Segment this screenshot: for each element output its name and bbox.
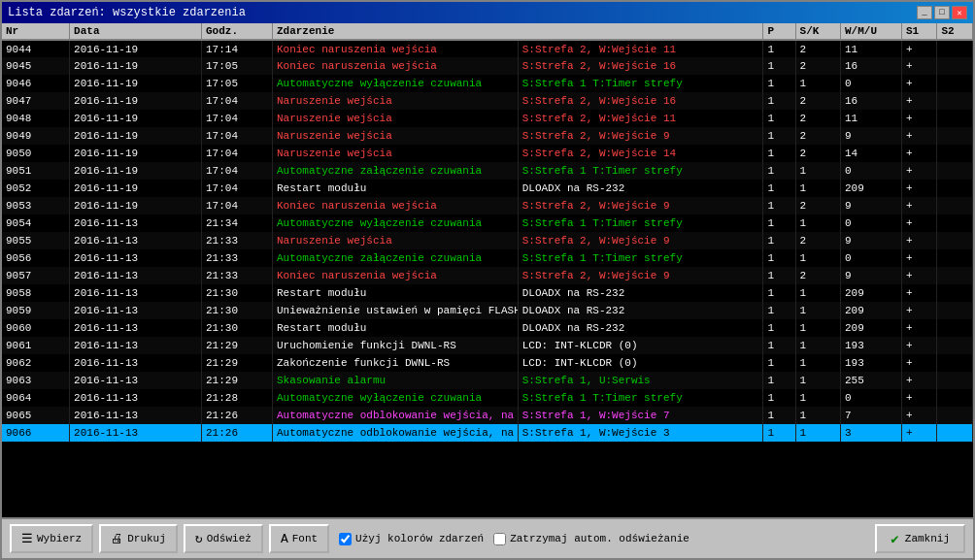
odswierz-button[interactable]: ↻ Odśwież xyxy=(184,524,263,553)
table-row[interactable]: 90552016-11-1321:33Naruszenie wejściaS:S… xyxy=(2,232,973,249)
drukuj-button[interactable]: 🖨 Drukuj xyxy=(99,524,178,553)
cell-zdarzenie: Automatyczne załączenie czuwania xyxy=(272,249,518,267)
cell-s1: + xyxy=(902,267,937,284)
wybierz-icon: ☰ xyxy=(21,531,33,546)
cell-godz: 17:05 xyxy=(202,57,273,75)
cell-zdarzenie: Automatyczne wyłączenie czuwania xyxy=(272,214,518,232)
table-row[interactable]: 90612016-11-1321:29Uruchomienie funkcji … xyxy=(2,337,973,354)
cell-s1: + xyxy=(902,389,937,407)
zamknij-button[interactable]: ✔ Zamknij xyxy=(875,524,965,553)
cell-data: 2016-11-19 xyxy=(70,145,202,162)
table-row[interactable]: 90602016-11-1321:30Restart modułuDLOADX … xyxy=(2,319,973,337)
cell-s2 xyxy=(937,389,973,407)
cell-wmwu: 11 xyxy=(841,110,902,127)
auto-refresh-checkbox[interactable] xyxy=(493,533,506,545)
cell-sk: 1 xyxy=(795,249,840,267)
table-row[interactable]: 90622016-11-1321:29Zakończenie funkcji D… xyxy=(2,354,973,372)
cell-s1: + xyxy=(902,145,937,162)
cell-s1: + xyxy=(902,75,937,92)
maximize-button[interactable]: □ xyxy=(934,6,950,19)
cell-sk: 2 xyxy=(795,232,840,249)
cell-nr: 9045 xyxy=(2,57,70,75)
cell-p: 1 xyxy=(763,75,795,92)
cell-p: 1 xyxy=(763,145,795,162)
cell-wmwu: 0 xyxy=(841,389,902,407)
cell-sk: 2 xyxy=(795,57,840,75)
table-row[interactable]: 90542016-11-1321:34Automatyczne wyłączen… xyxy=(2,214,973,232)
cell-s2 xyxy=(937,407,973,424)
table-row[interactable]: 90442016-11-1917:14Koniec naruszenia wej… xyxy=(2,40,973,57)
table-row[interactable]: 90592016-11-1321:30Unieważnienie ustawie… xyxy=(2,302,973,319)
cell-nr: 9052 xyxy=(2,180,70,197)
cell-param: DLOADX na RS-232 xyxy=(518,284,763,302)
color-checkbox[interactable] xyxy=(339,533,352,545)
cell-data: 2016-11-19 xyxy=(70,92,202,110)
cell-s2 xyxy=(937,302,973,319)
cell-wmwu: 0 xyxy=(841,75,902,92)
close-button[interactable]: ✕ xyxy=(952,6,967,19)
cell-wmwu: 0 xyxy=(841,162,902,180)
cell-p: 1 xyxy=(763,319,795,337)
table-row[interactable]: 90662016-11-1321:26Automatyczne odblokow… xyxy=(2,424,973,442)
cell-s2 xyxy=(937,284,973,302)
cell-zdarzenie: Koniec naruszenia wejścia xyxy=(272,40,518,57)
cell-s1: + xyxy=(902,162,937,180)
cell-p: 1 xyxy=(763,249,795,267)
table-row[interactable]: 90522016-11-1917:04Restart modułuDLOADX … xyxy=(2,180,973,197)
cell-godz: 21:30 xyxy=(202,302,273,319)
table-row[interactable]: 90572016-11-1321:33Koniec naruszenia wej… xyxy=(2,267,973,284)
auto-refresh-checkbox-label: Zatrzymaj autom. odświeżanie xyxy=(510,533,689,544)
minimize-button[interactable]: _ xyxy=(917,6,932,19)
cell-p: 1 xyxy=(763,424,795,442)
cell-sk: 1 xyxy=(795,75,840,92)
header-data: Data xyxy=(70,23,202,40)
cell-sk: 2 xyxy=(795,92,840,110)
odswierz-icon: ↻ xyxy=(195,531,203,546)
table-row[interactable]: 90652016-11-1321:26Automatyczne odblokow… xyxy=(2,407,973,424)
cell-s1: + xyxy=(902,337,937,354)
table-row[interactable]: 90642016-11-1321:28Automatyczne wyłączen… xyxy=(2,389,973,407)
table-row[interactable]: 90452016-11-1917:05Koniec naruszenia wej… xyxy=(2,57,973,75)
cell-s1: + xyxy=(902,284,937,302)
cell-data: 2016-11-13 xyxy=(70,319,202,337)
table-row[interactable]: 90512016-11-1917:04Automatyczne załączen… xyxy=(2,162,973,180)
cell-godz: 17:04 xyxy=(202,92,273,110)
cell-param: S:Strefa 1 T:Timer strefy xyxy=(518,214,763,232)
odswierz-label: Odśwież xyxy=(207,533,252,544)
footer: ☰ Wybierz 🖨 Drukuj ↻ Odśwież A Font Użyj… xyxy=(2,517,973,558)
cell-s1: + xyxy=(902,40,937,57)
table-row[interactable]: 90632016-11-1321:29Skasowanie alarmuS:St… xyxy=(2,372,973,389)
table-header-row: Nr Data Godz. Zdarzenie P S/K W/M/U S1 S… xyxy=(2,23,973,40)
cell-nr: 9057 xyxy=(2,267,70,284)
cell-param: S:Strefa 1, W:Wejście 3 xyxy=(518,424,763,442)
cell-param: S:Strefa 2, W:Wejście 9 xyxy=(518,267,763,284)
cell-zdarzenie: Unieważnienie ustawień w pamięci FLASH xyxy=(272,302,518,319)
cell-wmwu: 9 xyxy=(841,197,902,214)
cell-nr: 9051 xyxy=(2,162,70,180)
cell-s1: + xyxy=(902,424,937,442)
table-row[interactable]: 90482016-11-1917:04Naruszenie wejściaS:S… xyxy=(2,110,973,127)
cell-p: 1 xyxy=(763,407,795,424)
cell-sk: 1 xyxy=(795,284,840,302)
table-row[interactable]: 90532016-11-1917:04Koniec naruszenia wej… xyxy=(2,197,973,214)
cell-s2 xyxy=(937,249,973,267)
cell-p: 1 xyxy=(763,92,795,110)
table-row[interactable]: 90492016-11-1917:04Naruszenie wejściaS:S… xyxy=(2,127,973,145)
cell-data: 2016-11-13 xyxy=(70,284,202,302)
table-row[interactable]: 90502016-11-1917:04Naruszenie wejściaS:S… xyxy=(2,145,973,162)
cell-zdarzenie: Automatyczne odblokowanie wejścia, na xyxy=(272,407,518,424)
wybierz-button[interactable]: ☰ Wybierz xyxy=(10,524,93,553)
table-row[interactable]: 90562016-11-1321:33Automatyczne załączen… xyxy=(2,249,973,267)
cell-data: 2016-11-19 xyxy=(70,75,202,92)
cell-s1: + xyxy=(902,407,937,424)
cell-data: 2016-11-13 xyxy=(70,424,202,442)
table-row[interactable]: 90582016-11-1321:30Restart modułuDLOADX … xyxy=(2,284,973,302)
cell-s1: + xyxy=(902,302,937,319)
table-row[interactable]: 90472016-11-1917:04Naruszenie wejściaS:S… xyxy=(2,92,973,110)
cell-godz: 17:04 xyxy=(202,180,273,197)
cell-s2 xyxy=(937,319,973,337)
table-row[interactable]: 90462016-11-1917:05Automatyczne wyłączen… xyxy=(2,75,973,92)
cell-zdarzenie: Naruszenie wejścia xyxy=(272,145,518,162)
font-button[interactable]: A Font xyxy=(269,524,329,553)
cell-wmwu: 16 xyxy=(841,92,902,110)
